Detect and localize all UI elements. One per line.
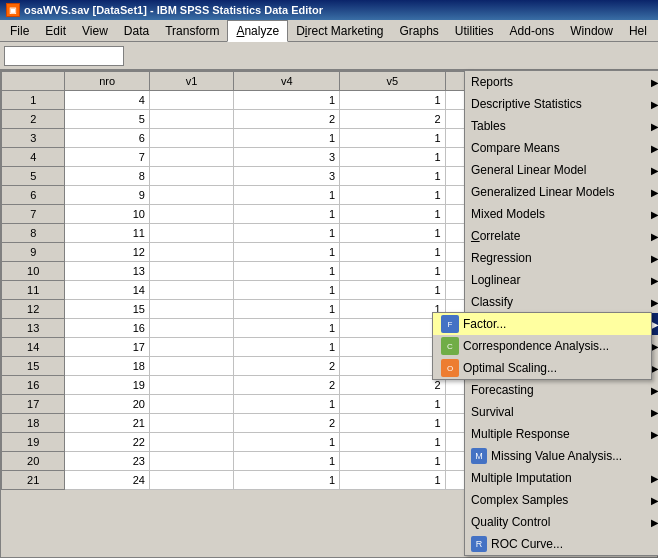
cell-v4[interactable]: 1 — [234, 319, 340, 338]
menu-addons[interactable]: Add-ons — [502, 20, 563, 42]
cell-nro[interactable]: 21 — [65, 414, 150, 433]
submenu-factor[interactable]: F Factor... — [433, 313, 651, 335]
menu-missing-value[interactable]: M Missing Value Analysis... — [465, 445, 658, 467]
cell-v5[interactable]: 1 — [340, 167, 446, 186]
cell-v4[interactable]: 2 — [234, 357, 340, 376]
cell-v5[interactable]: 1 — [340, 224, 446, 243]
cell-nro[interactable]: 19 — [65, 376, 150, 395]
cell-v1[interactable] — [149, 205, 234, 224]
menu-view[interactable]: View — [74, 20, 116, 42]
submenu-correspondence-analysis[interactable]: C Correspondence Analysis... — [433, 335, 651, 357]
menu-mixed-models[interactable]: Mixed Models ▶ — [465, 203, 658, 225]
menu-multiple-imputation[interactable]: Multiple Imputation ▶ — [465, 467, 658, 489]
menu-survival[interactable]: Survival ▶ — [465, 401, 658, 423]
cell-v5[interactable]: 1 — [340, 205, 446, 224]
cell-nro[interactable]: 20 — [65, 395, 150, 414]
menu-window[interactable]: Window — [562, 20, 621, 42]
col-header-v1[interactable]: v1 — [149, 72, 234, 91]
menu-graphs[interactable]: Graphs — [392, 20, 447, 42]
cell-v1[interactable] — [149, 129, 234, 148]
cell-nro[interactable]: 15 — [65, 300, 150, 319]
menu-regression[interactable]: Regression ▶ — [465, 247, 658, 269]
cell-v1[interactable] — [149, 357, 234, 376]
cell-nro[interactable]: 12 — [65, 243, 150, 262]
cell-v5[interactable]: 1 — [340, 186, 446, 205]
cell-v5[interactable]: 1 — [340, 262, 446, 281]
menu-transform[interactable]: Transform — [157, 20, 227, 42]
menu-quality-control[interactable]: Quality Control ▶ — [465, 511, 658, 533]
menu-loglinear[interactable]: Loglinear ▶ — [465, 269, 658, 291]
cell-v4[interactable]: 1 — [234, 338, 340, 357]
cell-nro[interactable]: 8 — [65, 167, 150, 186]
cell-v4[interactable]: 1 — [234, 433, 340, 452]
menu-file[interactable]: File — [2, 20, 37, 42]
cell-v5[interactable]: 1 — [340, 300, 446, 319]
menu-direct-marketing[interactable]: Direct Marketing — [288, 20, 391, 42]
cell-v5[interactable]: 2 — [340, 110, 446, 129]
cell-v1[interactable] — [149, 186, 234, 205]
cell-v4[interactable]: 2 — [234, 376, 340, 395]
cell-v1[interactable] — [149, 471, 234, 490]
menu-tables[interactable]: Tables ▶ — [465, 115, 658, 137]
menu-correlate[interactable]: Correlate ▶ — [465, 225, 658, 247]
cell-v5[interactable]: 1 — [340, 471, 446, 490]
cell-v5[interactable]: 1 — [340, 452, 446, 471]
cell-v1[interactable] — [149, 433, 234, 452]
col-header-v5[interactable]: v5 — [340, 72, 446, 91]
cell-v4[interactable]: 1 — [234, 243, 340, 262]
cell-v1[interactable] — [149, 395, 234, 414]
cell-nro[interactable]: 6 — [65, 129, 150, 148]
cell-v5[interactable]: 1 — [340, 91, 446, 110]
cell-nro[interactable]: 11 — [65, 224, 150, 243]
cell-v4[interactable]: 1 — [234, 186, 340, 205]
cell-v4[interactable]: 1 — [234, 471, 340, 490]
cell-nro[interactable]: 4 — [65, 91, 150, 110]
menu-data[interactable]: Data — [116, 20, 157, 42]
cell-v1[interactable] — [149, 167, 234, 186]
cell-v5[interactable]: 1 — [340, 148, 446, 167]
cell-nro[interactable]: 13 — [65, 262, 150, 281]
cell-v4[interactable]: 1 — [234, 262, 340, 281]
cell-v5[interactable]: 1 — [340, 129, 446, 148]
col-header-v4[interactable]: v4 — [234, 72, 340, 91]
cell-v4[interactable]: 1 — [234, 205, 340, 224]
menu-analyze[interactable]: Analyze — [227, 20, 288, 42]
cell-v1[interactable] — [149, 319, 234, 338]
cell-nro[interactable]: 10 — [65, 205, 150, 224]
cell-nro[interactable]: 9 — [65, 186, 150, 205]
cell-v5[interactable]: 1 — [340, 319, 446, 338]
cell-v1[interactable] — [149, 281, 234, 300]
toolbar-input[interactable] — [4, 46, 124, 66]
menu-descriptive-stats[interactable]: Descriptive Statistics ▶ — [465, 93, 658, 115]
cell-v1[interactable] — [149, 262, 234, 281]
cell-nro[interactable]: 23 — [65, 452, 150, 471]
cell-v5[interactable]: 2 — [340, 376, 446, 395]
cell-v1[interactable] — [149, 224, 234, 243]
menu-roc-curve[interactable]: R ROC Curve... — [465, 533, 658, 555]
cell-nro[interactable]: 16 — [65, 319, 150, 338]
menu-help[interactable]: Hel — [621, 20, 655, 42]
menu-compare-means[interactable]: Compare Means ▶ — [465, 137, 658, 159]
cell-v4[interactable]: 3 — [234, 167, 340, 186]
menu-multiple-response[interactable]: Multiple Response ▶ — [465, 423, 658, 445]
menu-generalized-linear[interactable]: Generalized Linear Models ▶ — [465, 181, 658, 203]
cell-v5[interactable]: 1 — [340, 395, 446, 414]
cell-v4[interactable]: 1 — [234, 452, 340, 471]
cell-v5[interactable]: 1 — [340, 338, 446, 357]
col-header-nro[interactable]: nro — [65, 72, 150, 91]
cell-v4[interactable]: 1 — [234, 281, 340, 300]
cell-v1[interactable] — [149, 148, 234, 167]
cell-v1[interactable] — [149, 300, 234, 319]
cell-nro[interactable]: 5 — [65, 110, 150, 129]
cell-v5[interactable]: 1 — [340, 281, 446, 300]
cell-v1[interactable] — [149, 452, 234, 471]
cell-nro[interactable]: 7 — [65, 148, 150, 167]
submenu-optimal-scaling[interactable]: O Optimal Scaling... — [433, 357, 651, 379]
menu-edit[interactable]: Edit — [37, 20, 74, 42]
cell-nro[interactable]: 24 — [65, 471, 150, 490]
menu-classify[interactable]: Classify ▶ — [465, 291, 658, 313]
cell-v1[interactable] — [149, 91, 234, 110]
cell-v4[interactable]: 1 — [234, 395, 340, 414]
cell-v1[interactable] — [149, 243, 234, 262]
cell-v1[interactable] — [149, 376, 234, 395]
